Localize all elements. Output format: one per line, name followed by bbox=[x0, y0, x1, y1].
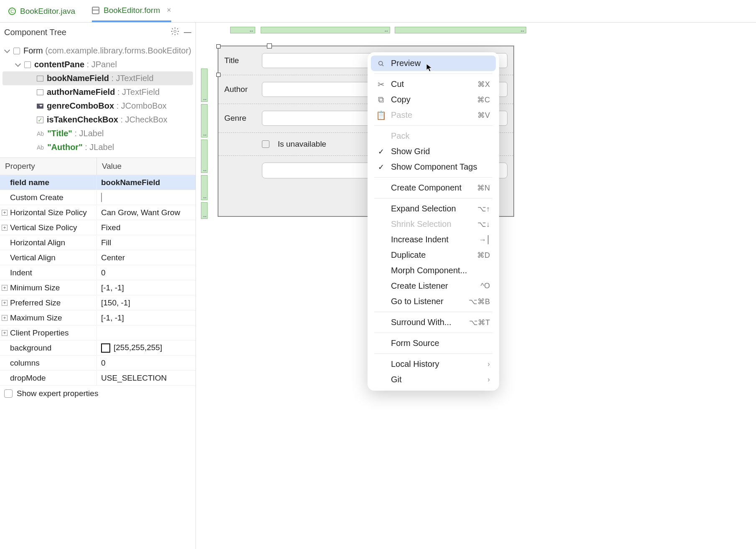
tab-java[interactable]: C BookEditor.java bbox=[8, 0, 75, 22]
editor-tabs: C BookEditor.java BookEditor.form × bbox=[0, 0, 756, 23]
tab-label: BookEditor.java bbox=[20, 7, 75, 16]
form-icon bbox=[92, 7, 99, 14]
close-icon[interactable]: × bbox=[167, 6, 171, 15]
tab-label: BookEditor.form bbox=[104, 6, 160, 15]
tab-form[interactable]: BookEditor.form × bbox=[92, 0, 171, 22]
java-class-icon: C bbox=[8, 8, 16, 15]
